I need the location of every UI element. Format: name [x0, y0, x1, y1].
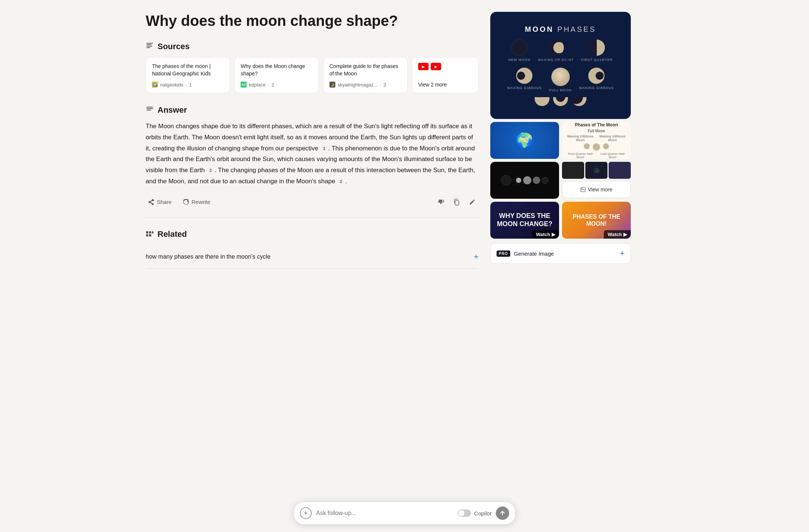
- source-title-1: The phases of the moon | National Geogra…: [152, 63, 224, 77]
- expand-icon-1: +: [474, 252, 478, 262]
- generate-image-label: Generate Image: [514, 250, 554, 257]
- sources-icon: [146, 41, 154, 51]
- waxing-crescent-moon: WAXING CR-SC-NT: [538, 40, 574, 62]
- input-bar: + Copilot: [294, 502, 515, 525]
- full-moon-circle: [551, 68, 570, 86]
- answer-title: Answer: [158, 105, 187, 115]
- source-num-3: 3: [383, 82, 386, 88]
- svg-rect-3: [146, 47, 150, 48]
- waning-gibbous-moon: WANING GIBBOUS: [579, 68, 614, 92]
- edit-icon: [469, 199, 475, 205]
- answer-header: Answer: [146, 105, 478, 115]
- citation-3: 3: [207, 167, 214, 174]
- svg-rect-6: [146, 110, 151, 110]
- moon-row-2: WAXING GIBBOUS FULL MOON WANING GIBBOUS: [507, 68, 614, 92]
- related-section: Related how many phases are there in the…: [146, 229, 478, 269]
- sources-header: Sources: [146, 41, 478, 51]
- svg-rect-10: [149, 231, 151, 233]
- rewrite-button[interactable]: Rewrite: [180, 197, 213, 207]
- send-button[interactable]: [496, 507, 509, 520]
- svg-rect-2: [146, 46, 152, 47]
- share-icon: [149, 199, 155, 205]
- moon-phases-main-image[interactable]: MOON PHASES NEW MOON WAXING CR-SC-NT FIR…: [490, 12, 631, 119]
- related-item-1[interactable]: how many phases are there in the moon's …: [146, 245, 478, 269]
- source-title-3: Complete guide to the phases of the Moon: [329, 63, 401, 77]
- earth-moon-thumb[interactable]: 🌍: [490, 122, 559, 159]
- waxing-gibbous-moon: WAXING GIBBOUS: [507, 68, 542, 92]
- page-title: Why does the moon change shape?: [146, 12, 478, 30]
- waxing-gibbous-circle: [516, 68, 532, 84]
- svg-rect-9: [146, 234, 148, 236]
- view-more-text: View more: [588, 187, 612, 192]
- answer-section: Answer The Moon changes shape due to its…: [146, 105, 478, 187]
- generate-image-button[interactable]: PRO Generate Image +: [490, 243, 631, 264]
- favicon-1: 🌍: [152, 82, 158, 88]
- partial-moon-2: [553, 97, 568, 106]
- moon-sequence-thumb[interactable]: [490, 162, 559, 199]
- image-mini-grid[interactable]: 🌑: [562, 162, 631, 179]
- citation-2: 2: [338, 178, 344, 185]
- favicon-2: ed: [241, 82, 247, 88]
- related-title: Related: [158, 229, 187, 239]
- action-bar: Share Rewrite: [146, 196, 478, 218]
- waxing-crescent-circle: [548, 40, 564, 56]
- watch-overlay-2: Watch ▶: [604, 230, 631, 239]
- copy-icon: [453, 199, 460, 205]
- video-grid: WHY DOES THE MOON CHANGE? Watch ▶ Phases…: [490, 202, 631, 239]
- image-stack-right: 🌑 View more: [562, 162, 631, 199]
- edit-button[interactable]: [466, 196, 478, 208]
- svg-rect-4: [146, 107, 153, 108]
- source-card-2[interactable]: Why does the Moon change shape? ed edpla…: [234, 57, 319, 93]
- related-question-1: how many phases are there in the moon's …: [146, 253, 270, 260]
- action-bar-right: [435, 196, 478, 208]
- youtube-icons: ▶ ▶: [418, 63, 472, 70]
- copilot-label: Copilot: [474, 510, 491, 516]
- share-label: Share: [157, 199, 172, 205]
- action-bar-left: Share Rewrite: [146, 197, 213, 207]
- image-icon: [580, 187, 586, 192]
- svg-rect-7: [455, 201, 459, 205]
- follow-up-input[interactable]: [316, 510, 453, 516]
- view-more-button[interactable]: View more: [562, 181, 631, 198]
- sources-title: Sources: [158, 42, 190, 51]
- image-grid-2: 🌑 View more: [490, 162, 631, 199]
- sources-grid: The phases of the moon | National Geogra…: [146, 57, 478, 93]
- source-card-more[interactable]: ▶ ▶ View 2 more: [412, 57, 478, 93]
- thumbsdown-button[interactable]: [435, 196, 447, 208]
- share-button[interactable]: Share: [146, 197, 175, 207]
- source-num-2: 2: [271, 82, 274, 88]
- watch-overlay-1: Watch ▶: [532, 230, 559, 239]
- copy-button[interactable]: [450, 196, 463, 208]
- svg-rect-1: [146, 44, 152, 45]
- video-thumb-1[interactable]: WHY DOES THE MOON CHANGE? Watch ▶: [490, 202, 559, 239]
- related-icon: [146, 229, 154, 239]
- watch-label-2: Watch: [607, 232, 622, 237]
- generate-plus-icon: +: [620, 249, 624, 258]
- add-attachment-button[interactable]: +: [300, 507, 312, 519]
- moon-row-bottom: [535, 97, 586, 106]
- youtube-icon-2: ▶: [431, 63, 441, 70]
- answer-icon: [146, 105, 154, 115]
- moon-phases-header: MOON PHASES: [525, 25, 596, 34]
- phases-diagram-thumb[interactable]: Phases of The Moon Full Moon Waning Gibb…: [562, 122, 631, 159]
- toggle-thumb: [458, 510, 464, 516]
- moon-row-1: NEW MOON WAXING CR-SC-NT FIRST QUARTER: [508, 40, 613, 62]
- view-more-label: View 2 more: [418, 82, 472, 88]
- video-thumb-2[interactable]: Phases Of The Moon! Watch ▶: [562, 202, 631, 239]
- source-num-1: 1: [189, 82, 192, 88]
- pro-badge: PRO: [497, 250, 510, 257]
- image-grid-1: 🌍 Phases of The Moon Full Moon Waning Gi…: [490, 122, 631, 159]
- full-moon: FULL MOON: [549, 68, 572, 92]
- partial-moon-1: [535, 97, 549, 106]
- favicon-3: 🌙: [329, 82, 335, 88]
- related-header: Related: [146, 229, 478, 239]
- copilot-toggle[interactable]: Copilot: [458, 509, 491, 517]
- source-site-2: edplace: [249, 82, 266, 88]
- source-meta-2: ed edplace · 2: [241, 82, 312, 88]
- source-card-1[interactable]: The phases of the moon | National Geogra…: [146, 57, 230, 93]
- rewrite-label: Rewrite: [192, 199, 210, 205]
- source-card-3[interactable]: Complete guide to the phases of the Moon…: [323, 57, 407, 93]
- first-quarter-circle: [589, 40, 605, 56]
- toggle-track[interactable]: [458, 509, 471, 517]
- right-panel: MOON PHASES NEW MOON WAXING CR-SC-NT FIR…: [490, 12, 631, 520]
